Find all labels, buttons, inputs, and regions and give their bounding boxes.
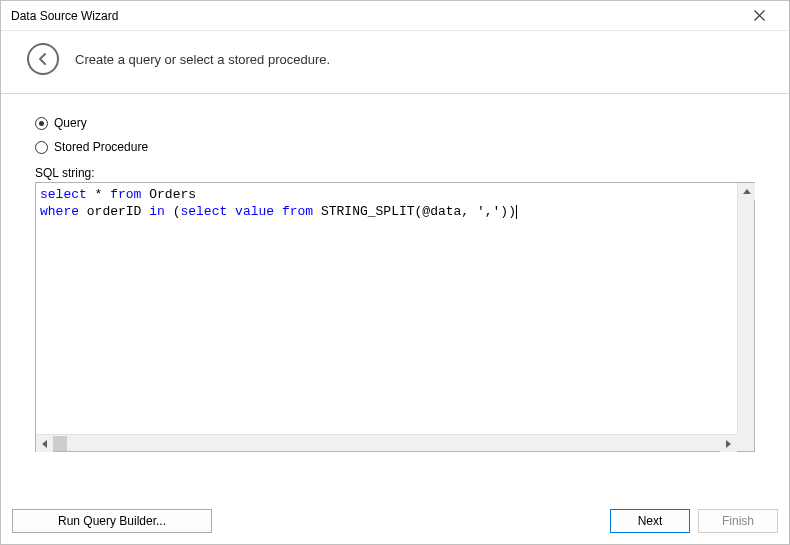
radio-query[interactable]: Query <box>35 116 755 130</box>
back-button[interactable] <box>27 43 59 75</box>
scroll-left-button[interactable] <box>36 435 53 452</box>
run-query-builder-button[interactable]: Run Query Builder... <box>12 509 212 533</box>
next-button[interactable]: Next <box>610 509 690 533</box>
scroll-right-button[interactable] <box>720 435 737 452</box>
text-cursor <box>516 205 517 219</box>
chevron-right-icon <box>726 440 731 448</box>
arrow-left-icon <box>36 52 50 66</box>
window-title: Data Source Wizard <box>11 9 118 23</box>
close-button[interactable] <box>739 1 779 31</box>
wizard-subtitle: Create a query or select a stored proced… <box>75 52 330 67</box>
titlebar: Data Source Wizard <box>1 1 789 31</box>
scroll-up-button[interactable] <box>738 183 755 200</box>
radio-indicator-icon <box>35 117 48 130</box>
vertical-scrollbar[interactable] <box>737 183 754 434</box>
finish-button: Finish <box>698 509 778 533</box>
scrollbar-corner <box>737 434 754 451</box>
close-icon <box>754 10 765 21</box>
scroll-thumb[interactable] <box>53 436 67 451</box>
chevron-left-icon <box>42 440 47 448</box>
radio-query-label: Query <box>54 116 87 130</box>
radio-stored-procedure[interactable]: Stored Procedure <box>35 140 755 154</box>
radio-stored-procedure-label: Stored Procedure <box>54 140 148 154</box>
wizard-header: Create a query or select a stored proced… <box>1 31 789 94</box>
sql-string-label: SQL string: <box>35 166 755 180</box>
horizontal-scrollbar[interactable] <box>36 434 737 451</box>
wizard-content: Query Stored Procedure SQL string: selec… <box>1 94 789 462</box>
sql-editor-text[interactable]: select * from Orders where orderID in (s… <box>36 183 737 434</box>
chevron-up-icon <box>743 189 751 194</box>
radio-indicator-icon <box>35 141 48 154</box>
wizard-footer: Run Query Builder... Next Finish <box>0 499 790 545</box>
sql-editor[interactable]: select * from Orders where orderID in (s… <box>35 182 755 452</box>
